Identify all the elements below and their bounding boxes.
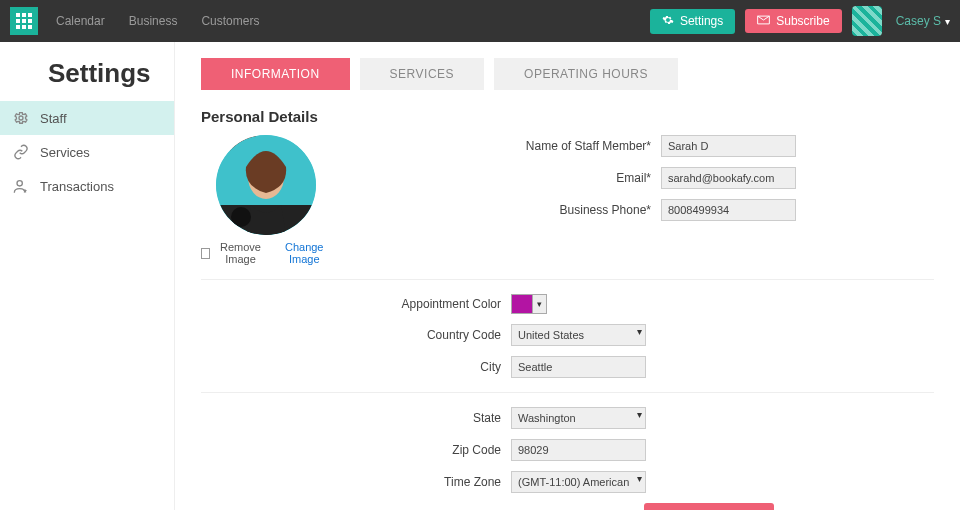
sidebar-item-staff[interactable]: Staff xyxy=(0,101,174,135)
appointment-color-picker[interactable]: ▾ xyxy=(511,294,547,314)
phone-field[interactable] xyxy=(661,199,796,221)
svg-rect-7 xyxy=(22,25,26,29)
appointment-color-label: Appointment Color xyxy=(201,297,511,311)
country-select[interactable] xyxy=(511,324,646,346)
state-select[interactable] xyxy=(511,407,646,429)
top-nav-right: Settings Subscribe Casey S ▾ xyxy=(650,6,950,36)
svg-point-10 xyxy=(17,181,22,186)
user-avatar[interactable] xyxy=(852,6,882,36)
sidebar: Settings Staff Services Transactions xyxy=(0,42,175,510)
sidebar-item-services[interactable]: Services xyxy=(0,135,174,169)
tabs: INFORMATION SERVICES OPERATING HOURS xyxy=(201,58,934,90)
svg-rect-6 xyxy=(16,25,20,29)
section-title: Personal Details xyxy=(201,108,934,125)
timezone-select[interactable] xyxy=(511,471,646,493)
settings-button[interactable]: Settings xyxy=(650,9,735,34)
sidebar-item-transactions[interactable]: Transactions xyxy=(0,169,174,203)
tab-services[interactable]: SERVICES xyxy=(360,58,484,90)
svg-rect-4 xyxy=(22,19,26,23)
settings-button-label: Settings xyxy=(680,14,723,28)
sidebar-item-label: Staff xyxy=(40,111,67,126)
name-field[interactable] xyxy=(661,135,796,157)
zip-field[interactable] xyxy=(511,439,646,461)
svg-rect-1 xyxy=(22,13,26,17)
email-label: Email* xyxy=(361,171,661,185)
gear-icon xyxy=(12,109,30,127)
content-area: INFORMATION SERVICES OPERATING HOURS Per… xyxy=(175,42,960,510)
svg-rect-8 xyxy=(28,25,32,29)
svg-point-15 xyxy=(231,207,251,227)
tab-operating-hours[interactable]: OPERATING HOURS xyxy=(494,58,678,90)
svg-rect-2 xyxy=(28,13,32,17)
tab-information[interactable]: INFORMATION xyxy=(201,58,350,90)
app-logo[interactable] xyxy=(10,7,38,35)
chevron-down-icon: ▾ xyxy=(945,16,950,27)
nav-link-calendar[interactable]: Calendar xyxy=(56,14,105,28)
user-menu[interactable]: Casey S ▾ xyxy=(896,14,950,28)
update-information-button[interactable]: Update Information xyxy=(644,503,774,510)
city-label: City xyxy=(201,360,511,374)
zip-label: Zip Code xyxy=(201,443,511,457)
user-name-label: Casey S xyxy=(896,14,941,28)
user-star-icon xyxy=(12,177,30,195)
grid-icon xyxy=(15,12,33,30)
sidebar-item-label: Transactions xyxy=(40,179,114,194)
email-field[interactable] xyxy=(661,167,796,189)
svg-rect-3 xyxy=(16,19,20,23)
top-nav: Calendar Business Customers xyxy=(56,14,259,28)
timezone-label: Time Zone xyxy=(201,475,511,489)
svg-point-9 xyxy=(19,116,23,120)
nav-link-customers[interactable]: Customers xyxy=(201,14,259,28)
sidebar-title: Settings xyxy=(0,54,174,101)
mail-icon xyxy=(757,14,770,28)
svg-rect-0 xyxy=(16,13,20,17)
staff-photo xyxy=(216,135,316,235)
subscribe-button[interactable]: Subscribe xyxy=(745,9,841,33)
gear-icon xyxy=(662,14,674,29)
sidebar-item-label: Services xyxy=(40,145,90,160)
state-label: State xyxy=(201,411,511,425)
remove-image-checkbox[interactable]: Remove Image xyxy=(201,241,267,265)
topbar: Calendar Business Customers Settings Sub… xyxy=(0,0,960,42)
subscribe-button-label: Subscribe xyxy=(776,14,829,28)
country-label: Country Code xyxy=(201,328,511,342)
name-label: Name of Staff Member* xyxy=(361,139,661,153)
city-field[interactable] xyxy=(511,356,646,378)
remove-image-label: Remove Image xyxy=(214,241,268,265)
link-icon xyxy=(12,143,30,161)
phone-label: Business Phone* xyxy=(361,203,661,217)
color-swatch xyxy=(512,295,532,313)
svg-rect-5 xyxy=(28,19,32,23)
change-image-link[interactable]: Change Image xyxy=(277,241,331,265)
nav-link-business[interactable]: Business xyxy=(129,14,178,28)
chevron-down-icon: ▾ xyxy=(532,295,546,313)
